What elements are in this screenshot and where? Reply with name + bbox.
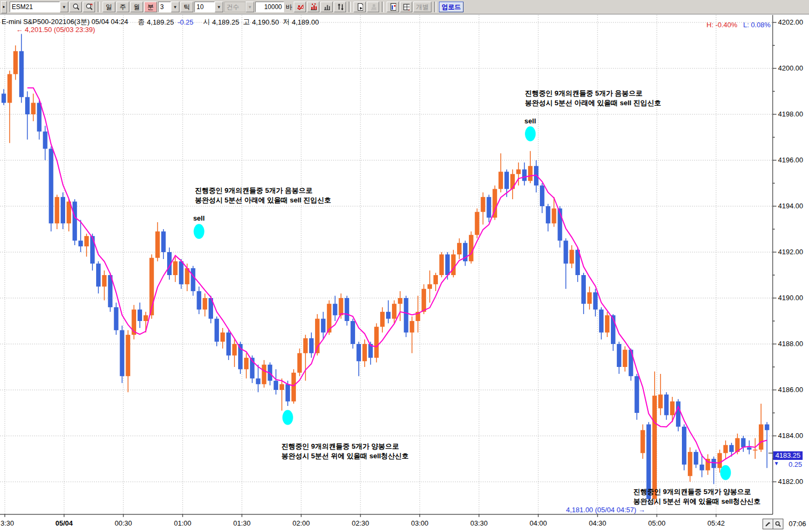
candle-style-button[interactable] — [294, 2, 306, 12]
candle-body — [516, 169, 521, 174]
candle-body — [49, 149, 53, 224]
candle-body — [499, 172, 503, 189]
time-tick-label: 05:00 — [648, 519, 666, 527]
candle-body — [676, 402, 680, 427]
magnifier-red-icon — [85, 3, 92, 11]
sort-updown-button[interactable] — [334, 2, 346, 12]
chevron-down-icon[interactable]: ▼ — [171, 2, 179, 12]
toolbar-separator — [98, 2, 100, 12]
candle-body — [682, 427, 686, 465]
candle-body — [664, 395, 669, 416]
price-tick-label: 4182.00 — [778, 478, 803, 486]
candle-body — [445, 254, 450, 275]
period-week-button[interactable]: 주 — [116, 2, 129, 12]
count-combo[interactable]: 건수▼ — [224, 2, 254, 12]
zoom-in-button[interactable] — [69, 2, 82, 12]
candle-body — [647, 425, 651, 499]
price-tick-label: 4186.00 — [778, 386, 803, 394]
zoom-tool-button[interactable] — [773, 519, 783, 529]
price-tick-label: 4192.00 — [778, 248, 803, 256]
candle-body — [759, 425, 763, 450]
bar-count-input[interactable]: 10000 — [255, 2, 284, 12]
tick-button[interactable]: 틱 — [180, 2, 193, 12]
candle-body — [256, 379, 260, 385]
price-tick-label: 4194.00 — [778, 202, 803, 210]
symbol-combo-value[interactable]: ESM21 — [10, 2, 60, 12]
candle-body — [528, 166, 532, 181]
candle-body — [43, 131, 47, 148]
session-clock: 07:06 — [789, 520, 806, 528]
candle-body — [280, 384, 284, 390]
toolbar-grip[interactable]: ▸ — [1, 1, 7, 13]
chevron-down-icon[interactable]: ▼ — [215, 2, 223, 12]
candle-body — [434, 275, 438, 284]
candle-body — [380, 312, 384, 327]
candle-body — [13, 51, 18, 74]
candle-body — [203, 298, 207, 310]
candle-body — [244, 358, 248, 370]
minute-interval-combo[interactable]: 3▼ — [158, 2, 179, 12]
candle-body — [552, 208, 556, 223]
price-tick-label: 4196.00 — [778, 156, 803, 164]
price-tick-label: 4198.00 — [778, 110, 803, 118]
candle-body — [114, 307, 118, 330]
candle-body — [711, 459, 716, 468]
tick-count-combo[interactable]: 10▼ — [194, 2, 223, 12]
candle-body — [741, 438, 745, 447]
period-day-button[interactable]: 일 — [103, 2, 115, 12]
candle-body — [309, 338, 313, 353]
price-tick-label: 4190.00 — [778, 294, 803, 302]
export-doc-button[interactable] — [354, 2, 366, 12]
price-tick-label: 4202.00 — [778, 18, 803, 26]
candle-body — [439, 254, 444, 275]
period-month-button[interactable]: 월 — [130, 2, 143, 12]
candle-body — [469, 235, 473, 261]
table-grid-button[interactable] — [400, 2, 412, 12]
upload-button[interactable]: 업로드 — [439, 2, 464, 12]
chevron-down-icon[interactable]: ▼ — [60, 2, 68, 12]
toolbar-separator — [349, 2, 351, 12]
candle-body — [563, 241, 568, 264]
candle-body — [138, 310, 142, 322]
chevron-down-icon[interactable]: ▼ — [246, 2, 254, 12]
candle-body — [582, 275, 586, 304]
bar-unit-label: 바 — [285, 3, 293, 12]
doc-chart-button[interactable] — [387, 2, 399, 12]
doc-chart-icon — [389, 3, 396, 11]
candle-body — [61, 197, 65, 223]
candle-body — [729, 445, 734, 452]
candle-body — [765, 425, 769, 431]
candle-body — [2, 93, 6, 103]
stamp-button[interactable] — [367, 2, 379, 12]
chart-window: { "toolbar": { "items": [ {"type":"grip"… — [0, 0, 809, 532]
sell-label: sell — [193, 214, 205, 222]
candle-line-icon — [296, 3, 303, 11]
candle-body — [481, 197, 485, 212]
candle-body — [55, 197, 59, 223]
candle-body — [599, 310, 603, 333]
draw-tool-button[interactable] — [763, 519, 773, 529]
sell-label: sell — [524, 117, 536, 125]
candle-body — [505, 172, 509, 189]
candle-body — [475, 212, 479, 235]
pencil-icon — [765, 521, 771, 527]
zoom-back-button[interactable] — [83, 2, 95, 12]
symbol-combo[interactable]: ESM21▼ — [10, 2, 68, 12]
candle-body — [191, 268, 195, 291]
bars-gray-icon — [323, 3, 330, 11]
individual-button[interactable]: 개별 — [413, 2, 431, 12]
candle-body — [25, 97, 29, 114]
volume-button[interactable] — [320, 2, 333, 12]
candle-body — [486, 197, 491, 218]
period-minute-button[interactable]: 분 — [144, 2, 157, 12]
candle-body — [125, 335, 130, 376]
bars-red-icon — [310, 3, 317, 11]
tick-count-combo-value[interactable]: 10 — [194, 2, 215, 12]
candle-body — [215, 319, 219, 342]
volume-alert-button[interactable] — [307, 2, 319, 12]
count-combo-value[interactable]: 건수 — [224, 2, 246, 12]
candle-body — [37, 103, 41, 132]
minute-interval-combo-value[interactable]: 3 — [158, 2, 171, 12]
candle-body — [155, 231, 160, 257]
chart-canvas[interactable]: sellsell4202.004200.004198.004196.004194… — [0, 14, 809, 532]
